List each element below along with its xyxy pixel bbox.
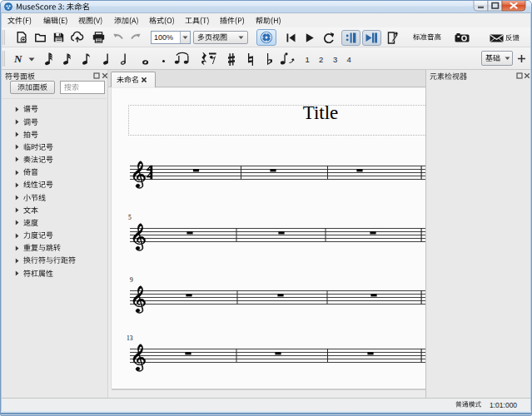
svg-text:9: 9 xyxy=(130,276,133,284)
svg-text:5: 5 xyxy=(128,214,132,221)
svg-text:13: 13 xyxy=(127,334,133,342)
